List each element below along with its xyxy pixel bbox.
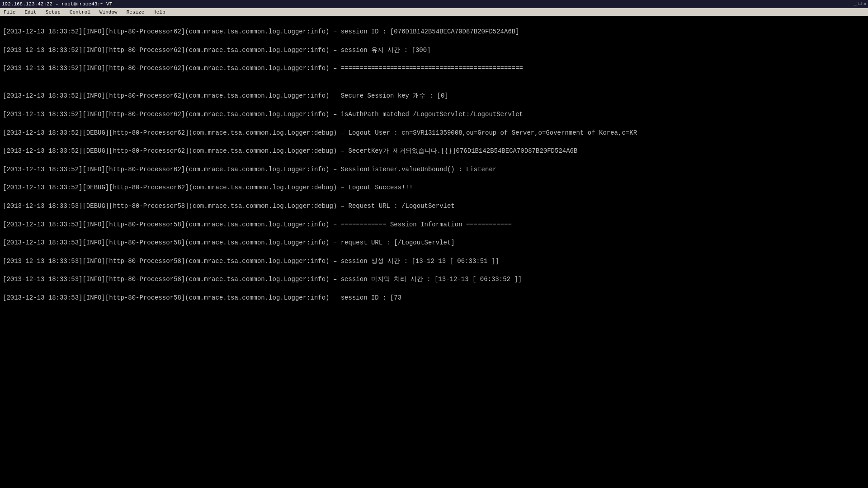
log-line: [2013-12-13 18:33:52][DEBUG][http-80-Pro… bbox=[3, 146, 865, 155]
menu-help[interactable]: Help bbox=[151, 9, 167, 15]
log-line: [2013-12-13 18:33:52][INFO][http-80-Proc… bbox=[3, 110, 865, 119]
log-line: [2013-12-13 18:33:53][INFO][http-80-Proc… bbox=[3, 293, 865, 302]
log-line: [2013-12-13 18:33:53][INFO][http-80-Proc… bbox=[3, 238, 865, 247]
menu-setup[interactable]: Setup bbox=[44, 9, 62, 15]
maximize-button[interactable]: □ bbox=[859, 1, 862, 7]
log-line: [2013-12-13 18:33:52][INFO][http-80-Proc… bbox=[3, 91, 865, 100]
title-bar-controls[interactable]: _ □ ✕ bbox=[854, 1, 866, 7]
menu-window[interactable]: Window bbox=[98, 9, 119, 15]
log-line: [2013-12-13 18:33:52][INFO][http-80-Proc… bbox=[3, 165, 865, 174]
menu-edit[interactable]: Edit bbox=[23, 9, 38, 15]
close-button[interactable]: ✕ bbox=[863, 1, 866, 7]
menu-control[interactable]: Control bbox=[68, 9, 92, 15]
log-line: [2013-12-13 18:33:52][INFO][http-80-Proc… bbox=[3, 46, 865, 55]
log-line: [2013-12-13 18:33:52][DEBUG][http-80-Pro… bbox=[3, 183, 865, 192]
minimize-button[interactable]: _ bbox=[854, 1, 857, 7]
terminal-content[interactable]: [2013-12-13 18:33:52][INFO][http-80-Proc… bbox=[0, 16, 868, 488]
title-bar-title: 192.168.123.42:22 - root@mrace43:~ VT bbox=[2, 1, 112, 7]
title-bar: 192.168.123.42:22 - root@mrace43:~ VT _ … bbox=[0, 0, 868, 8]
menu-file[interactable]: File bbox=[2, 9, 17, 15]
log-line: [2013-12-13 18:33:52][INFO][http-80-Proc… bbox=[3, 27, 865, 36]
log-line: [2013-12-13 18:33:53][DEBUG][http-80-Pro… bbox=[3, 202, 865, 211]
log-line: [2013-12-13 18:33:53][INFO][http-80-Proc… bbox=[3, 220, 865, 229]
log-line: [2013-12-13 18:33:53][INFO][http-80-Proc… bbox=[3, 275, 865, 284]
log-line: [2013-12-13 18:33:52][DEBUG][http-80-Pro… bbox=[3, 128, 865, 137]
log-line: [2013-12-13 18:33:53][INFO][http-80-Proc… bbox=[3, 257, 865, 266]
menu-resize[interactable]: Resize bbox=[125, 9, 146, 15]
log-line: [2013-12-13 18:33:52][INFO][http-80-Proc… bbox=[3, 64, 865, 73]
title-bar-left: 192.168.123.42:22 - root@mrace43:~ VT bbox=[2, 1, 112, 7]
menu-bar: File Edit Setup Control Window Resize He… bbox=[0, 8, 868, 16]
